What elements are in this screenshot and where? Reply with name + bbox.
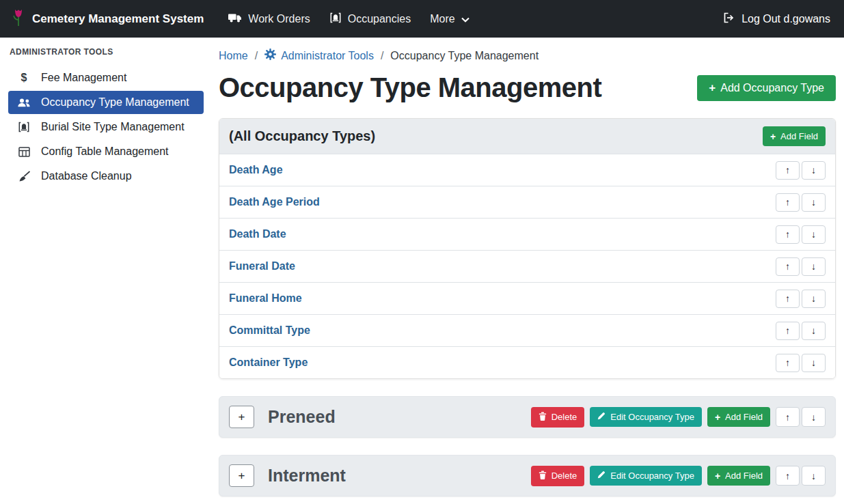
sidebar-item-burial-site-type-management[interactable]: Burial Site Type Management: [8, 115, 204, 139]
main-content: Home / Administrator Tools / Occupancy T…: [210, 38, 844, 504]
occupancy-type-section: + Preneed Delete Edit: [219, 396, 836, 438]
edit-occupancy-type-button[interactable]: Edit Occupancy Type: [590, 407, 702, 427]
move-up-button[interactable]: ↑: [776, 322, 800, 340]
expand-button[interactable]: +: [229, 464, 254, 487]
delete-label: Delete: [552, 471, 577, 481]
plus-icon: +: [709, 82, 716, 94]
section-actions: Delete Edit Occupancy Type + Add Field ↑…: [531, 466, 826, 486]
all-types-card-header: (All Occupancy Types) + Add Field: [219, 119, 835, 154]
section-title: Preneed: [268, 407, 336, 427]
logout-label: Log Out d.gowans: [741, 13, 830, 25]
nav-work-orders-label: Work Orders: [248, 13, 310, 25]
sidebar-heading: ADMINISTRATOR TOOLS: [10, 47, 204, 57]
trash-icon: [539, 412, 547, 423]
move-up-button[interactable]: ↑: [776, 466, 800, 486]
type-sections: + Preneed Delete Edit: [219, 396, 836, 496]
reorder-buttons: ↑ ↓: [776, 161, 826, 180]
delete-label: Delete: [552, 412, 577, 422]
plus-icon: +: [715, 471, 720, 481]
logout-icon: [723, 12, 735, 26]
field-link[interactable]: Death Age: [229, 164, 283, 176]
move-up-button[interactable]: ↑: [776, 354, 800, 372]
sidebar-item-label: Config Table Management: [41, 145, 169, 158]
move-down-button[interactable]: ↓: [802, 466, 826, 486]
gear-icon: [264, 48, 276, 63]
nav-links: Work Orders Occupancies More: [219, 6, 478, 32]
section-title: Interment: [268, 466, 346, 486]
logout-link[interactable]: Log Out d.gowans: [720, 7, 833, 31]
field-row: Funeral Date ↑ ↓: [219, 250, 835, 282]
add-field-label: Add Field: [725, 471, 763, 481]
sidebar-item-fee-management[interactable]: $ Fee Management: [8, 66, 204, 89]
field-link[interactable]: Death Date: [229, 228, 286, 240]
breadcrumb-administrator-tools-label: Administrator Tools: [281, 50, 374, 62]
reorder-buttons: ↑ ↓: [776, 257, 826, 276]
sidebar-item-label: Occupancy Type Management: [41, 96, 189, 109]
all-types-card-title: (All Occupancy Types): [229, 128, 375, 144]
nav-more[interactable]: More: [420, 8, 478, 31]
move-down-button[interactable]: ↓: [802, 407, 826, 427]
breadcrumb-current-page: Occupancy Type Management: [390, 50, 539, 62]
page-title: Occupancy Type Management: [219, 72, 601, 103]
add-field-label: Add Field: [725, 412, 763, 422]
sidebar-item-config-table-management[interactable]: Config Table Management: [8, 140, 204, 163]
move-up-button[interactable]: ↑: [776, 161, 800, 180]
field-row: Death Age Period ↑ ↓: [219, 186, 835, 218]
move-down-button[interactable]: ↓: [802, 193, 826, 212]
breadcrumb-home[interactable]: Home: [219, 50, 248, 62]
edit-occupancy-type-button[interactable]: Edit Occupancy Type: [590, 466, 702, 486]
field-row: Container Type ↑ ↓: [219, 346, 835, 378]
move-up-button[interactable]: ↑: [776, 257, 800, 276]
tombstone-icon: [16, 121, 31, 133]
nav-occupancies[interactable]: Occupancies: [320, 6, 421, 32]
breadcrumb-separator: /: [255, 50, 258, 62]
reorder-buttons: ↑ ↓: [776, 466, 826, 486]
move-down-button[interactable]: ↓: [802, 354, 826, 372]
field-link[interactable]: Funeral Home: [229, 292, 302, 305]
move-up-button[interactable]: ↑: [776, 290, 800, 308]
nav-work-orders[interactable]: Work Orders: [219, 7, 319, 31]
expand-button[interactable]: +: [229, 406, 254, 428]
brand[interactable]: Cemetery Management System: [11, 8, 204, 30]
move-up-button[interactable]: ↑: [776, 407, 800, 427]
pencil-icon: [597, 412, 605, 422]
move-down-button[interactable]: ↓: [802, 257, 826, 276]
move-up-button[interactable]: ↑: [776, 225, 800, 244]
sidebar-item-label: Database Cleanup: [41, 170, 132, 182]
field-link[interactable]: Death Age Period: [229, 196, 320, 208]
delete-button[interactable]: Delete: [531, 407, 585, 428]
sidebar: ADMINISTRATOR TOOLS $ Fee Management Occ…: [0, 38, 210, 504]
field-link[interactable]: Funeral Date: [229, 260, 295, 272]
dollar-icon: $: [16, 72, 31, 84]
sidebar-item-database-cleanup[interactable]: Database Cleanup: [8, 165, 204, 188]
add-occupancy-type-button[interactable]: + Add Occupancy Type: [697, 75, 836, 101]
move-down-button[interactable]: ↓: [802, 225, 826, 244]
reorder-buttons: ↑ ↓: [776, 193, 826, 212]
add-field-button[interactable]: + Add Field: [763, 126, 826, 146]
delete-button[interactable]: Delete: [531, 466, 585, 486]
users-icon: [16, 98, 31, 108]
reorder-buttons: ↑ ↓: [776, 322, 826, 340]
truck-icon: [228, 12, 242, 26]
breadcrumb-administrator-tools[interactable]: Administrator Tools: [264, 48, 374, 63]
reorder-buttons: ↑ ↓: [776, 354, 826, 372]
field-link[interactable]: Container Type: [229, 356, 308, 369]
add-field-button[interactable]: + Add Field: [707, 407, 770, 427]
edit-occupancy-type-label: Edit Occupancy Type: [610, 412, 694, 422]
nav-more-label: More: [430, 13, 454, 25]
all-occupancy-types-card: (All Occupancy Types) + Add Field Death …: [219, 118, 836, 379]
move-down-button[interactable]: ↓: [802, 161, 826, 180]
move-up-button[interactable]: ↑: [776, 193, 800, 212]
add-field-button[interactable]: + Add Field: [707, 466, 770, 486]
field-row: Death Age ↑ ↓: [219, 154, 835, 186]
nav-occupancies-label: Occupancies: [348, 13, 411, 25]
sidebar-item-label: Burial Site Type Management: [41, 121, 185, 133]
sidebar-item-occupancy-type-management[interactable]: Occupancy Type Management: [8, 91, 204, 114]
page-header: Occupancy Type Management + Add Occupanc…: [219, 72, 836, 103]
field-link[interactable]: Committal Type: [229, 324, 310, 337]
move-down-button[interactable]: ↓: [802, 290, 826, 308]
breadcrumb-separator: /: [381, 50, 383, 62]
section-actions: Delete Edit Occupancy Type + Add Field ↑…: [531, 407, 826, 428]
broom-icon: [16, 171, 31, 182]
move-down-button[interactable]: ↓: [802, 322, 826, 340]
